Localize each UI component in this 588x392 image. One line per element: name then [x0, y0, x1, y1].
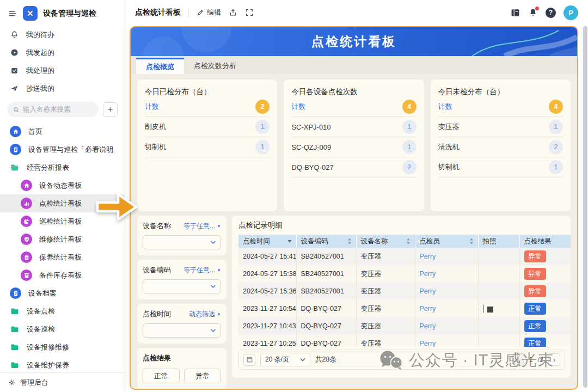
sidebar-item-folder[interactable]: 设备巡检	[0, 320, 125, 338]
app-logo-icon	[23, 6, 38, 21]
notification-bell-icon[interactable]	[528, 8, 538, 17]
quick-item[interactable]: 我发起的	[0, 44, 125, 62]
topbar: 点检统计看板 编辑 ? P	[125, 0, 588, 25]
collapse-menu-icon[interactable]	[8, 9, 17, 19]
table-row: 2023-11-27 10:25DQ-BYQ-027变压器Perry正常	[238, 335, 571, 347]
sidebar-item-label: 设备巡检	[27, 324, 55, 334]
cell-result: 异常	[519, 265, 571, 283]
cell-time: 2024-05-27 15:36	[238, 283, 296, 300]
table-header-sortable[interactable]: 设备编码	[296, 235, 356, 248]
cell-photo	[478, 300, 519, 317]
search-input[interactable]: 输入名称来搜索	[7, 102, 99, 117]
photo-thumbnail[interactable]	[483, 304, 484, 313]
table-header-plain: 拍照	[478, 235, 519, 248]
result-normal-button[interactable]: 正常	[143, 369, 180, 383]
filter-value-select[interactable]	[143, 235, 221, 249]
table-header-label: 设备编码	[301, 237, 328, 246]
sidebar-item-folder-open[interactable]: 经营分析报表	[0, 158, 125, 176]
page-scrollbar[interactable]	[583, 26, 587, 388]
dashboard-content: 今日已检分布（台） 计数 2 削皮机 1 切制机 1今日各设备点检次数 计数 4…	[131, 74, 577, 389]
page-size-value: 20 条/页	[265, 355, 289, 364]
table-header-sortable[interactable]: 设备名称	[356, 235, 415, 248]
table-header-plain: 点检结果	[519, 235, 571, 248]
sidebar-item-archive-box[interactable]: 备件库存看板	[0, 266, 125, 284]
pencil-icon	[197, 9, 204, 16]
cell-code: DQ-BYQ-027	[296, 335, 356, 347]
stat-row-value: 1	[402, 140, 416, 154]
sidebar-item-document[interactable]: 设备档案	[0, 284, 125, 302]
total-count-label: 共28条	[315, 355, 336, 364]
sidebar-item-folder[interactable]: 设备报修维修	[0, 338, 125, 356]
cell-result: 异常	[519, 283, 571, 300]
sort-desc-icon	[287, 240, 292, 243]
help-icon[interactable]: ?	[546, 8, 556, 18]
sidebar-item-shield-check[interactable]: 维修统计看板	[0, 230, 125, 248]
result-badge: 异常	[524, 268, 546, 280]
filter-operator-dropdown[interactable]: 动态筛选▼	[189, 310, 221, 319]
page-title: 点检统计看板	[135, 8, 181, 17]
sidebar-header: 设备管理与巡检	[0, 0, 125, 26]
cell-name: 变压器	[356, 248, 415, 265]
inspection-table: 点检时间设备编码设备名称点检员拍照点检结果 2024-05-27 15:41SB…	[238, 235, 571, 347]
edit-label: 编辑	[207, 8, 221, 17]
sidebar-item-document[interactable]: 设备管理与巡检「必看说明」	[0, 140, 125, 158]
tab-overview[interactable]: 点检概览	[136, 58, 184, 74]
quick-item-label: 抄送我的	[26, 84, 54, 94]
table-header-sortable[interactable]: 点检时间	[238, 235, 296, 248]
archive-box-icon	[21, 270, 32, 281]
quick-item[interactable]: 我的待办	[0, 26, 125, 44]
record-table-card: 点检记录明细 点检时间设备编码设备名称点检员拍照点检结果 2024-05-27 …	[232, 216, 571, 378]
next-page-button[interactable]: ›	[548, 353, 560, 366]
filter-value-select[interactable]	[143, 279, 221, 293]
sidebar-item-label: 设备动态看板	[39, 181, 82, 191]
cell-time: 2024-05-27 15:38	[238, 265, 296, 283]
cell-inspector-link[interactable]: Perry	[415, 265, 478, 283]
cell-code: SB240527001	[296, 265, 356, 283]
tab-count-analysis[interactable]: 点检次数分析	[184, 58, 246, 74]
sidebar-item-label: 维修统计看板	[39, 235, 82, 244]
folder-icon	[10, 342, 20, 352]
stat-row-label: 削皮机	[145, 122, 166, 132]
quick-item[interactable]: 抄送我的	[0, 79, 125, 97]
current-page[interactable]: 1	[529, 356, 533, 364]
add-button[interactable]: +	[103, 102, 118, 117]
filter-operator-dropdown[interactable]: 等于任意...▼	[183, 266, 221, 275]
user-avatar[interactable]: P	[564, 5, 578, 20]
folder-icon	[10, 360, 20, 370]
sidebar-item-folder[interactable]: 设备维护保养	[0, 356, 125, 372]
chevron-down-icon	[210, 240, 216, 244]
table-header-sortable[interactable]: 点检员	[415, 235, 478, 248]
filter-card: 设备名称 等于任意...▼	[137, 216, 226, 255]
row-index-toggle-button[interactable]	[243, 354, 255, 366]
sidebar-item-clipboard[interactable]: 保养统计看板	[0, 248, 125, 266]
prev-page-button[interactable]: ‹	[512, 353, 524, 366]
cell-inspector-link[interactable]: Perry	[415, 300, 478, 317]
stat-row: 计数 4	[291, 97, 416, 117]
cell-inspector-link[interactable]: Perry	[415, 248, 478, 265]
stat-row-value: 2	[255, 100, 270, 114]
cell-inspector-link[interactable]: Perry	[415, 335, 478, 347]
result-abnormal-button[interactable]: 异常	[184, 369, 221, 383]
result-badge: 异常	[524, 250, 546, 262]
stat-row: 变压器 1	[438, 117, 563, 137]
cell-inspector-link[interactable]: Perry	[415, 317, 478, 335]
cell-time: 2023-11-27 10:54	[238, 300, 296, 317]
sidebar-nav: 首页设备管理与巡检「必看说明」经营分析报表设备动态看板点检统计看板巡检统计看板维…	[0, 121, 125, 372]
table-header-label: 点检员	[420, 237, 440, 246]
send-icon	[10, 84, 19, 93]
quick-item[interactable]: 我处理的	[0, 62, 125, 79]
edit-button[interactable]: 编辑	[197, 8, 221, 17]
filter-operator-dropdown[interactable]: 等于任意...▼	[183, 222, 221, 231]
filter-value-select[interactable]	[143, 323, 221, 338]
cell-inspector-link[interactable]: Perry	[415, 283, 478, 300]
page-size-select[interactable]: 20 条/页	[260, 353, 310, 366]
sidebar-item-home[interactable]: 首页	[0, 122, 125, 140]
admin-backend-item[interactable]: 管理后台	[0, 372, 125, 392]
docs-panel-icon[interactable]	[510, 8, 520, 17]
stat-row-label: SC-XPJ-010	[291, 123, 330, 131]
share-icon[interactable]	[229, 8, 237, 17]
banner-decoration	[131, 27, 577, 56]
sidebar-item-label: 备件库存看板	[39, 271, 82, 280]
fullscreen-icon[interactable]	[245, 8, 254, 17]
sidebar-item-folder[interactable]: 设备点检	[0, 302, 125, 320]
